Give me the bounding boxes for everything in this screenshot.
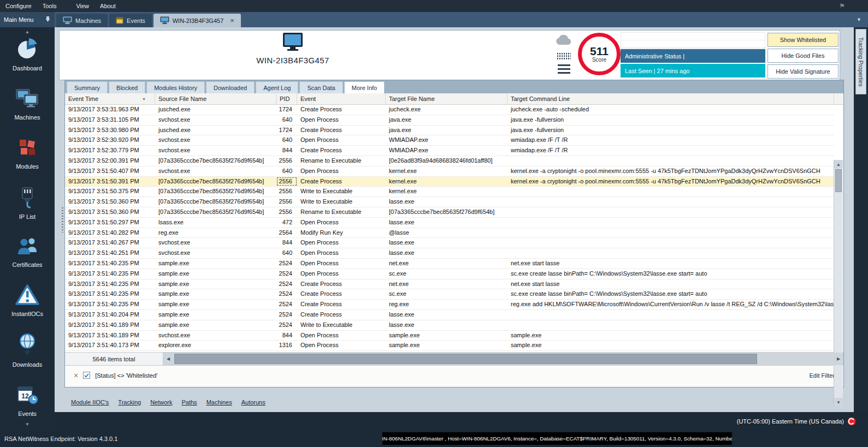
table-row[interactable]: 9/13/2017 3:51:40.235 PMsample.exe2524Cr…	[65, 279, 834, 290]
bottom-tab-machines[interactable]: Machines	[206, 399, 232, 406]
table-row[interactable]: 9/13/2017 3:51:50.360 PM[07a3365cccbe7be…	[65, 197, 834, 207]
table-row[interactable]: 9/13/2017 3:51:40.235 PMsample.exe2524Cr…	[65, 300, 834, 310]
tab-blocked[interactable]: Blocked	[109, 81, 145, 93]
cell: lasse.exe	[386, 310, 507, 320]
sidebar-item-modules[interactable]: Modules	[16, 136, 39, 170]
table-row[interactable]: 9/13/2017 3:51:40.173 PMexplorer.exe1316…	[65, 341, 834, 351]
table-row[interactable]: 9/13/2017 3:51:40.235 PMsample.exe2524Op…	[65, 259, 834, 269]
tab-downloaded[interactable]: Downloaded	[206, 81, 255, 93]
administrative-status-bar[interactable]: Administrative Status |	[621, 49, 765, 63]
table-row[interactable]: 9/13/2017 3:51:50.375 PM[07a3365cccbe7be…	[65, 187, 834, 197]
button-show-whitelisted[interactable]: Show Whitelisted	[767, 33, 839, 47]
cell: svchost.exe	[155, 238, 276, 248]
column-header-source-file-name[interactable]: Source File Name	[155, 93, 276, 104]
machines-icon	[15, 87, 39, 111]
keyboard-icon[interactable]	[557, 52, 571, 59]
bottom-tab-autoruns[interactable]: Autoruns	[241, 399, 265, 406]
flag-icon[interactable]: ⚑	[839, 2, 845, 10]
menu-item-about[interactable]: About	[95, 3, 121, 9]
horizontal-scroll-thumb[interactable]	[174, 354, 757, 364]
cloud-icon[interactable]	[556, 35, 572, 47]
tab-machines[interactable]: Machines	[56, 14, 108, 27]
tab-events[interactable]: Events	[109, 14, 152, 27]
column-header-target-file-name[interactable]: Target File Name	[386, 93, 507, 104]
table-row[interactable]: 9/13/2017 3:52:00.391 PM[07a3365cccbe7be…	[65, 156, 834, 166]
table-row[interactable]: 9/13/2017 3:52:30.920 PMsvchost.exe640Op…	[65, 135, 834, 146]
column-header-pid[interactable]: PID	[276, 93, 297, 104]
bottom-tab-paths[interactable]: Paths	[181, 399, 197, 406]
scroll-left-icon[interactable]: ◀	[163, 353, 173, 365]
table-row[interactable]: 9/13/2017 3:51:40.189 PMsample.exe2524Wr…	[65, 320, 834, 331]
tablist-dropdown-icon[interactable]: ▼	[857, 17, 861, 22]
sidebar-scroll-up-icon[interactable]: ▲	[0, 29, 55, 34]
horizontal-scrollbar[interactable]: ◀ ▶	[163, 353, 843, 365]
column-header-event[interactable]: Event	[297, 93, 386, 104]
cell: Create Process	[297, 310, 386, 320]
rsa-logo-icon[interactable]	[847, 417, 856, 427]
column-header-target-command-line[interactable]: Target Command Line	[507, 93, 834, 104]
cell: Create Process	[297, 105, 386, 115]
tab-scan-data[interactable]: Scan Data	[299, 81, 343, 93]
scroll-right-icon[interactable]: ▶	[834, 353, 843, 365]
table-row[interactable]: 9/13/2017 3:51:50.407 PMsvchost.exe640Op…	[65, 166, 834, 177]
bottom-tab-network[interactable]: Network	[150, 399, 172, 406]
vertical-scroll-thumb[interactable]	[835, 169, 842, 192]
table-row[interactable]: 9/13/2017 3:53:30.980 PMjusched.exe1724C…	[65, 126, 834, 136]
cell	[507, 310, 834, 320]
cell: [07a3365cccbe7bec85635f276d9f654b]	[155, 197, 276, 207]
last-seen-bar[interactable]: Last Seen | 27 mins ago	[621, 64, 765, 78]
table-row[interactable]: 9/13/2017 3:53:31.105 PMsvchost.exe640Op…	[65, 115, 834, 126]
sidebar-scroll-down-icon[interactable]: ▼	[0, 422, 55, 427]
menu-lines-icon[interactable]	[558, 64, 570, 74]
table-row[interactable]: 9/13/2017 3:51:40.251 PMsvchost.exe640Op…	[65, 248, 834, 259]
pin-icon[interactable]	[45, 16, 51, 23]
table-row[interactable]: 9/13/2017 3:51:40.267 PMsvchost.exe844Op…	[65, 238, 834, 248]
sidebar-item-dashboard[interactable]: Dashboard	[13, 37, 42, 71]
sidebar-item-events[interactable]: 12 Events	[16, 384, 39, 417]
table-row[interactable]: 9/13/2017 3:52:30.779 PMsvchost.exe844Cr…	[65, 146, 834, 156]
table-row[interactable]: 9/13/2017 3:51:50.360 PM[07a3365cccbe7be…	[65, 207, 834, 218]
bottom-tab-module-iioc-s[interactable]: Module IIOC's	[71, 399, 109, 406]
table-row[interactable]: 9/13/2017 3:51:50.391 PM[07a3365cccbe7be…	[65, 177, 834, 187]
sidebar-item-label: Modules	[16, 163, 39, 170]
sidebar-item-downloads[interactable]: Downloads	[13, 333, 42, 368]
cell	[507, 228, 834, 238]
vertical-scrollbar[interactable]: ▲ ▼	[834, 160, 843, 407]
table-row[interactable]: 9/13/2017 3:51:40.235 PMsample.exe2524Cr…	[65, 289, 834, 300]
table-row[interactable]: 9/13/2017 3:51:40.282 PMreg.exe2564Modif…	[65, 228, 834, 239]
splitter-handle[interactable]	[62, 207, 63, 233]
table-row[interactable]: 9/13/2017 3:51:40.235 PMsample.exe2524Op…	[65, 269, 834, 279]
bottom-tab-tracking[interactable]: Tracking	[118, 399, 141, 406]
edit-filter-link[interactable]: Edit Filter	[810, 372, 835, 379]
table-row[interactable]: 9/13/2017 3:53:31.963 PMjusched.exe1724C…	[65, 105, 834, 115]
filter-checkbox[interactable]	[83, 372, 90, 379]
sidebar-item-instantiocs[interactable]: InstantIOCs	[11, 284, 43, 317]
sidebar-item-ip-list[interactable]: IP List	[16, 186, 38, 220]
sidebar-item-machines[interactable]: Machines	[14, 87, 40, 121]
cell: lasse.exe	[386, 218, 507, 228]
tab-modules-history[interactable]: Modules History	[146, 81, 205, 93]
cell: 2556	[276, 197, 297, 207]
score-badge[interactable]: 511 Score	[576, 33, 623, 75]
column-header-event-time[interactable]: Event Time▼	[65, 93, 155, 104]
tab-agent-log[interactable]: Agent Log	[256, 81, 298, 93]
tab-win-2i3b4f3g457[interactable]: WIN-2I3B4F3G457 ×	[153, 14, 241, 27]
button-hide-good-files[interactable]: Hide Good Files	[767, 49, 839, 63]
scroll-down-icon[interactable]: ▼	[834, 398, 843, 407]
tab-close-icon[interactable]: ×	[230, 18, 234, 23]
table-row[interactable]: 9/13/2017 3:51:50.297 PMlsass.exe472Open…	[65, 218, 834, 228]
tab-label: Events	[127, 17, 145, 24]
tracking-properties-tab[interactable]: Tracking Properties	[855, 29, 866, 94]
table-row[interactable]: 9/13/2017 3:51:40.189 PMsvchost.exe844Op…	[65, 331, 834, 341]
tab-summary[interactable]: Summary	[67, 81, 108, 93]
sidebar-item-certificates[interactable]: Certificates	[12, 236, 42, 268]
table-row[interactable]: 9/13/2017 3:51:40.204 PMsample.exe2524Cr…	[65, 310, 834, 320]
button-hide-valid-signature[interactable]: Hide Valid Signature	[767, 64, 839, 79]
tab-more-info[interactable]: More Info	[344, 81, 385, 93]
menu-item-configure[interactable]: Configure	[0, 3, 37, 9]
filter-remove-icon[interactable]: ×	[74, 372, 78, 379]
svg-text:12: 12	[21, 392, 29, 400]
scroll-up-icon[interactable]: ▲	[834, 160, 843, 169]
menu-item-tools[interactable]: Tools	[37, 3, 62, 9]
menu-item-view[interactable]: View	[70, 3, 95, 9]
